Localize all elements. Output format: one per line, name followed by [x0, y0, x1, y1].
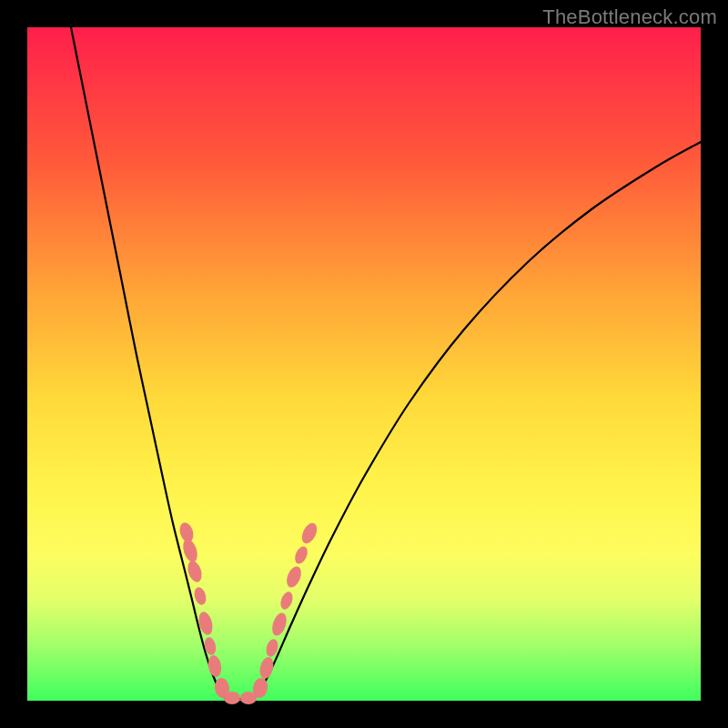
marker-group	[177, 521, 320, 704]
data-marker	[292, 544, 309, 565]
data-marker	[224, 692, 240, 704]
data-marker	[192, 586, 207, 607]
curve-right-branch	[253, 142, 701, 699]
data-marker	[284, 564, 304, 589]
chart-svg	[27, 27, 701, 701]
data-marker	[298, 521, 319, 546]
data-marker	[258, 656, 275, 681]
watermark-text: TheBottleneck.com	[542, 5, 717, 29]
data-marker	[278, 591, 295, 612]
data-marker	[207, 654, 223, 678]
data-marker	[180, 537, 199, 563]
